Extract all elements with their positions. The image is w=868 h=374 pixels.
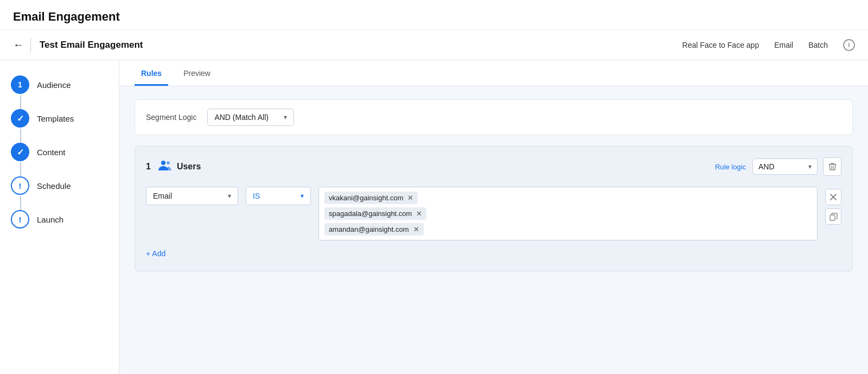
page-title-text: Email Engagement bbox=[13, 10, 120, 23]
delete-rule-button[interactable] bbox=[823, 157, 841, 176]
filter-operator-select[interactable]: IS ▾ bbox=[246, 187, 311, 205]
rule-number: 1 bbox=[146, 162, 151, 172]
filter-operator-value: IS bbox=[253, 192, 260, 200]
copy-row-button[interactable] bbox=[825, 208, 841, 225]
meta-batch: Batch bbox=[808, 41, 828, 49]
filter-field-chevron: ▾ bbox=[228, 192, 231, 200]
step-4[interactable]: Schedule bbox=[11, 176, 108, 195]
rule-type-label: Users bbox=[177, 162, 715, 172]
tag-1: spagadala@gainsight.com ✕ bbox=[324, 207, 426, 220]
header-bar: ← Test Email Engagement Real Face to Fac… bbox=[0, 30, 868, 60]
rule-logic-value: AND bbox=[758, 162, 775, 171]
sidebar: 1 Audience Templates Content Schedule La… bbox=[0, 60, 119, 374]
svg-point-0 bbox=[161, 161, 165, 165]
filter-field-value: Email bbox=[153, 192, 172, 200]
main-layout: 1 Audience Templates Content Schedule La… bbox=[0, 60, 868, 374]
tag-2: amandan@gainsight.com ✕ bbox=[324, 223, 424, 236]
info-icon[interactable]: i bbox=[843, 39, 855, 51]
close-row-button[interactable] bbox=[825, 189, 841, 205]
step-label-3: Content bbox=[37, 148, 66, 157]
rule-card-header: 1 Users Rule logic AND ▾ bbox=[146, 157, 841, 176]
step-circle-5 bbox=[11, 210, 29, 229]
tag-remove-0[interactable]: ✕ bbox=[407, 194, 413, 202]
segment-logic-row: Segment Logic AND (Match All) ▾ bbox=[135, 99, 853, 135]
content-area: Rules Preview Segment Logic AND (Match A… bbox=[119, 60, 868, 374]
back-button[interactable]: ← bbox=[13, 39, 24, 51]
segment-logic-value: AND (Match All) bbox=[214, 113, 269, 122]
step-circle-2 bbox=[11, 109, 29, 128]
segment-logic-label: Segment Logic bbox=[146, 113, 196, 122]
filter-operator-chevron: ▾ bbox=[301, 192, 304, 200]
rules-content: Segment Logic AND (Match All) ▾ 1 bbox=[119, 86, 868, 284]
rule-logic-label: Rule logic bbox=[715, 163, 746, 171]
step-5[interactable]: Launch bbox=[11, 210, 108, 229]
engagement-title: Test Email Engagement bbox=[40, 40, 682, 50]
rule-logic-select[interactable]: AND ▾ bbox=[752, 159, 818, 175]
svg-rect-6 bbox=[830, 215, 835, 220]
email-tags-container: vkakani@gainsight.com ✕ spagadala@gainsi… bbox=[318, 187, 818, 240]
meta-app: Real Face to Face app bbox=[682, 41, 760, 49]
svg-point-1 bbox=[167, 161, 170, 164]
tag-remove-1[interactable]: ✕ bbox=[416, 210, 422, 218]
step-circle-4 bbox=[11, 176, 29, 195]
header-meta: Real Face to Face app Email Batch i bbox=[682, 39, 855, 51]
tag-email-1: spagadala@gainsight.com bbox=[329, 210, 412, 218]
rule-logic-chevron: ▾ bbox=[808, 163, 812, 170]
tag-remove-2[interactable]: ✕ bbox=[413, 225, 419, 233]
step-circle-3 bbox=[11, 143, 29, 161]
tabs-bar: Rules Preview bbox=[119, 60, 868, 86]
row-actions bbox=[825, 187, 841, 225]
meta-type: Email bbox=[774, 41, 793, 49]
add-filter-button[interactable]: + Add bbox=[146, 249, 165, 258]
segment-logic-select[interactable]: AND (Match All) ▾ bbox=[207, 109, 294, 126]
tab-preview[interactable]: Preview bbox=[177, 60, 217, 86]
step-1[interactable]: 1 Audience bbox=[11, 75, 108, 94]
filter-field-select[interactable]: Email ▾ bbox=[146, 187, 238, 205]
filter-row: Email ▾ IS ▾ vkakani@gainsight.com ✕ sp bbox=[146, 187, 841, 240]
step-label-2: Templates bbox=[37, 114, 74, 123]
step-label-4: Schedule bbox=[37, 181, 71, 191]
step-label-1: Audience bbox=[37, 80, 71, 90]
rule-card: 1 Users Rule logic AND ▾ bbox=[135, 146, 853, 271]
tag-0: vkakani@gainsight.com ✕ bbox=[324, 192, 418, 204]
tab-rules[interactable]: Rules bbox=[135, 60, 168, 86]
step-3[interactable]: Content bbox=[11, 143, 108, 161]
step-2[interactable]: Templates bbox=[11, 109, 108, 128]
tag-email-0: vkakani@gainsight.com bbox=[329, 194, 403, 202]
page-title: Email Engagement bbox=[0, 0, 868, 30]
step-label-5: Launch bbox=[37, 215, 63, 224]
step-circle-1: 1 bbox=[11, 75, 29, 94]
tag-email-2: amandan@gainsight.com bbox=[329, 225, 409, 233]
users-icon bbox=[158, 160, 171, 174]
segment-logic-chevron: ▾ bbox=[284, 113, 287, 121]
header-divider bbox=[30, 37, 31, 53]
